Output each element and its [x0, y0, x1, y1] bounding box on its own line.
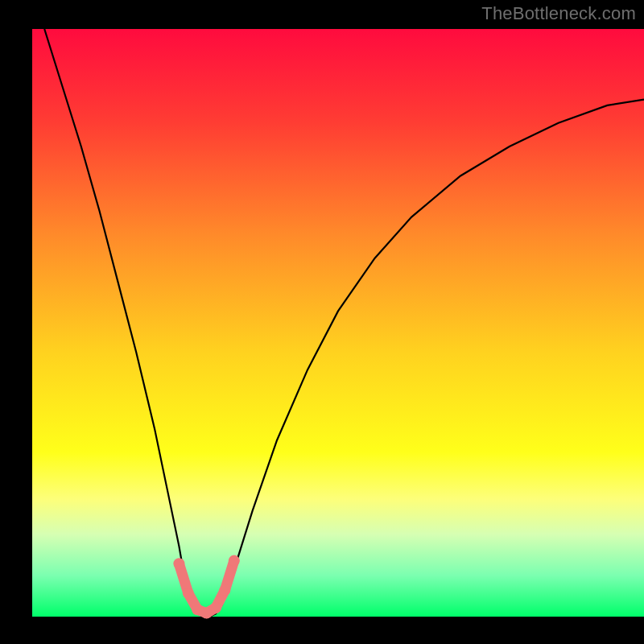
watermark-text: TheBottleneck.com	[481, 3, 636, 24]
highlight-dot	[229, 555, 240, 567]
plot-background	[32, 29, 644, 617]
highlight-dot	[219, 584, 230, 596]
highlight-dot	[210, 602, 221, 613]
chart-frame: TheBottleneck.com	[0, 0, 644, 644]
highlight-dot	[183, 588, 194, 599]
highlight-dot	[173, 558, 184, 569]
bottleneck-chart	[0, 0, 644, 644]
